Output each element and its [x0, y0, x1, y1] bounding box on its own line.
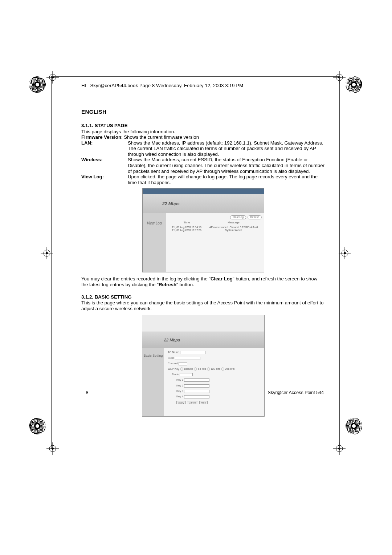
- registration-mark: [346, 76, 362, 93]
- screenshot1-sidebar: View Log: [143, 213, 166, 272]
- svg-point-19: [52, 447, 54, 450]
- document-page: HL_Skyr@cerAP544.book Page 8 Wednesday, …: [65, 0, 327, 417]
- log-row-time: Fri, 01 Aug 2003 10:17:26: [168, 229, 205, 232]
- wireless-label: Wireless: [81, 157, 101, 162]
- key2-input: [184, 384, 209, 388]
- screenshot1-col-message: Message: [205, 221, 262, 224]
- crop-mark-icon: [46, 71, 59, 84]
- refresh-term: Refresh: [159, 282, 176, 287]
- log-row-time: Fri, 01 Aug 2003 10:14:18: [168, 226, 205, 229]
- screenshot2-sidebar: Basic Setting: [142, 348, 164, 416]
- screenshot1-clearlog-button: Clear Log: [230, 215, 246, 219]
- definition-viewlog: View Log: Upon clicked, the page will ch…: [81, 174, 325, 185]
- viewlog-label: View Log: [81, 174, 102, 179]
- definition-wireless: Wireless: Shows the Mac address, current…: [81, 157, 325, 174]
- crop-mark-icon: [46, 442, 59, 455]
- key2-label: Key 2: [176, 384, 183, 387]
- firmware-line: Firmware Version: Shows the current firm…: [81, 134, 325, 140]
- log-row-msg: System started: [205, 229, 262, 232]
- page-number: 8: [67, 390, 107, 395]
- firmware-label: Firmware Version: [81, 134, 121, 140]
- screenshot-basicsetting: 22 Mbps Basic Setting AP Name SSID Chann…: [142, 315, 265, 417]
- registration-mark: [346, 418, 362, 434]
- crop-line: [51, 76, 339, 77]
- status-intro: This page displays the following informa…: [81, 129, 325, 135]
- mode-label: Mode: [172, 373, 179, 376]
- crop-mark-icon: [339, 247, 351, 259]
- key4-input: [184, 395, 209, 398]
- screenshot1-col-time: Time: [168, 221, 205, 224]
- text-fragment: You may clear the entries recorded in th…: [81, 276, 211, 281]
- screenshot1-banner: 22 Mbps: [143, 194, 264, 213]
- svg-point-11: [46, 252, 48, 254]
- registration-mark: [29, 76, 46, 93]
- registration-mark: [29, 418, 46, 434]
- section-heading-basic: 3.1.2. BASIC SETTING: [81, 294, 325, 300]
- channel-label: Channel: [168, 362, 178, 365]
- firmware-text: : Shows the current firmware version: [121, 134, 199, 140]
- apname-input: [180, 351, 205, 354]
- text-fragment: " button.: [176, 282, 194, 287]
- channel-input: [179, 362, 187, 365]
- screenshot-viewlog: 22 Mbps View Log Clear Log Refresh Time …: [142, 188, 264, 272]
- ssid-input: [175, 357, 200, 360]
- crop-line: [339, 76, 340, 449]
- wireless-description: Shows the Mac address, current ESSID, th…: [128, 157, 325, 174]
- lan-description: Shows the Mac address, IP address (defau…: [128, 140, 325, 157]
- cancel-button: Cancel: [187, 401, 198, 405]
- help-button: Help: [199, 401, 208, 405]
- apply-button: Apply: [176, 401, 186, 405]
- crop-line: [51, 76, 52, 449]
- page-footer: 8 Skyr@cer Access Point 544: [67, 390, 324, 395]
- screenshot2-banner: 22 Mbps: [142, 332, 264, 348]
- key4-label: Key 4: [176, 395, 183, 398]
- ssid-label: SSID: [168, 356, 174, 360]
- mode-input: [180, 373, 193, 376]
- viewlog-description: Upon clicked, the page will change to lo…: [128, 174, 325, 185]
- key1-label: Key 1: [176, 378, 183, 382]
- clearlog-paragraph: You may clear the entries recorded in th…: [81, 276, 325, 287]
- wep-label: WEP Key: [168, 367, 179, 370]
- apname-label: AP Name: [168, 351, 179, 354]
- log-row-msg: AP mode started. Channel 6 ESSID default: [205, 226, 262, 229]
- screenshot1-refresh-button: Refresh: [248, 215, 262, 219]
- language-heading: ENGLISH: [81, 109, 327, 115]
- basic-setting-text: This is the page where you can change th…: [81, 300, 325, 311]
- source-file-header: HL_Skyr@cerAP544.book Page 8 Wednesday, …: [81, 83, 327, 88]
- key1-input: [184, 378, 209, 382]
- definition-lan: LAN: Shows the Mac address, IP address (…: [81, 140, 325, 157]
- svg-point-15: [344, 252, 346, 254]
- wep-options: ◯ Disable ◯ 64 bits ◯ 128 bits ◯ 256 bit…: [180, 367, 234, 370]
- footer-doc-title: Skyr@cer Access Point 544: [268, 390, 324, 395]
- section-heading-status: 3.1.1. STATUS PAGE: [81, 123, 325, 129]
- clearlog-term: Clear Log: [211, 276, 233, 281]
- lan-label: LAN: [81, 140, 91, 146]
